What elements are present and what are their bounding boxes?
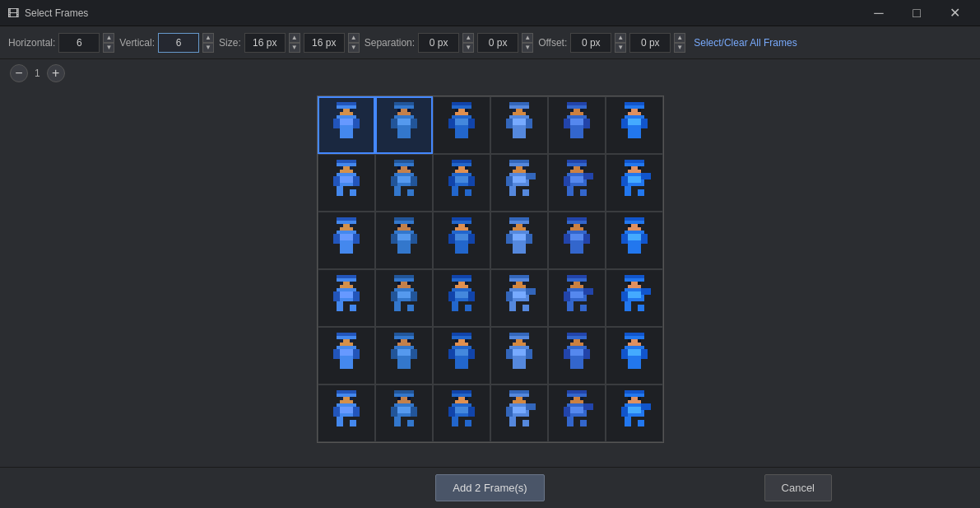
- size-w-input[interactable]: [244, 33, 286, 53]
- svg-rect-49: [526, 119, 532, 128]
- sprite-cell[interactable]: [606, 96, 663, 154]
- sprite-cell[interactable]: [433, 269, 490, 327]
- offset-x-down-button[interactable]: ▼: [615, 43, 626, 53]
- svg-rect-259: [407, 305, 414, 311]
- offset-x-input[interactable]: [570, 33, 611, 53]
- sprite-cell[interactable]: [318, 96, 375, 154]
- sep-x-up-button[interactable]: ▲: [462, 33, 474, 43]
- svg-rect-368: [567, 333, 587, 336]
- sprite-cell[interactable]: [433, 96, 490, 154]
- close-button[interactable]: ✕: [936, 0, 973, 26]
- vertical-input[interactable]: [158, 33, 199, 53]
- size-w-down-button[interactable]: ▼: [289, 43, 300, 53]
- sprite-cell[interactable]: [375, 269, 433, 327]
- svg-rect-453: [567, 417, 574, 426]
- size-h-up-button[interactable]: ▲: [348, 33, 360, 43]
- svg-rect-433: [509, 390, 529, 394]
- svg-rect-362: [513, 359, 519, 369]
- select-clear-all-button[interactable]: Select/Clear All Frames: [690, 37, 800, 49]
- sprite-cell[interactable]: [548, 212, 606, 269]
- sprite-cell[interactable]: [375, 212, 433, 269]
- svg-rect-283: [526, 288, 536, 295]
- sep-y-up-button[interactable]: ▲: [522, 33, 533, 43]
- sprite-cell[interactable]: [433, 327, 490, 384]
- sprite-cell[interactable]: [606, 327, 663, 384]
- sprite-cell[interactable]: [433, 154, 490, 212]
- sep-y-spinner: ▲ ▼: [522, 33, 533, 53]
- svg-rect-136: [580, 166, 583, 170]
- svg-rect-271: [452, 301, 458, 311]
- sprite-cell[interactable]: [606, 384, 663, 442]
- sprite-cell[interactable]: [548, 96, 606, 154]
- svg-rect-432: [509, 394, 529, 397]
- svg-rect-159: [337, 221, 356, 224]
- svg-rect-57: [570, 109, 574, 112]
- svg-rect-461: [638, 397, 641, 400]
- sprite-cell[interactable]: [548, 327, 606, 384]
- size-group: Size: ▲ ▼ ▲ ▼: [219, 33, 360, 53]
- sprite-cell[interactable]: [490, 212, 548, 269]
- offset-y-input[interactable]: [629, 33, 671, 53]
- vertical-down-button[interactable]: ▼: [202, 43, 214, 53]
- sprite-cell[interactable]: [375, 384, 433, 442]
- zoom-out-button[interactable]: −: [10, 64, 28, 82]
- sprite-cell[interactable]: [318, 269, 375, 327]
- sprite-cell[interactable]: [490, 269, 548, 327]
- svg-rect-402: [350, 420, 356, 426]
- sprite-cell[interactable]: [606, 212, 663, 269]
- svg-rect-398: [340, 407, 353, 413]
- vertical-up-button[interactable]: ▲: [202, 33, 214, 43]
- sep-y-input[interactable]: [477, 33, 518, 53]
- size-h-input[interactable]: [304, 33, 345, 53]
- svg-rect-6: [350, 109, 353, 112]
- sprite-cell[interactable]: [433, 212, 490, 269]
- sep-x-input[interactable]: [418, 33, 459, 53]
- horizontal-input[interactable]: [58, 33, 100, 53]
- svg-rect-307: [628, 291, 641, 298]
- sprite-cell[interactable]: [318, 384, 375, 442]
- svg-rect-244: [353, 291, 360, 301]
- sprite-cell[interactable]: [548, 269, 606, 327]
- svg-rect-467: [638, 420, 644, 426]
- offset-x-up-button[interactable]: ▲: [615, 33, 626, 43]
- svg-rect-50: [513, 128, 519, 138]
- offset-y-up-button[interactable]: ▲: [674, 33, 685, 43]
- sprite-cell[interactable]: [490, 384, 548, 442]
- sprite-cell[interactable]: [490, 154, 548, 212]
- svg-rect-141: [567, 186, 574, 196]
- sprite-cell[interactable]: [606, 269, 663, 327]
- maximize-button[interactable]: □: [898, 0, 936, 26]
- sprite-cell[interactable]: [433, 384, 490, 442]
- svg-rect-218: [583, 234, 590, 244]
- svg-rect-121: [509, 160, 529, 163]
- horizontal-up-button[interactable]: ▲: [103, 33, 114, 43]
- sprite-cell[interactable]: [318, 327, 375, 384]
- svg-rect-17: [394, 102, 414, 105]
- offset-y-down-button[interactable]: ▼: [674, 43, 685, 53]
- svg-rect-48: [506, 119, 513, 128]
- sprite-cell[interactable]: [548, 154, 606, 212]
- svg-rect-69: [625, 102, 644, 105]
- sep-y-down-button[interactable]: ▼: [522, 43, 533, 53]
- horizontal-down-button[interactable]: ▼: [103, 43, 114, 53]
- sprite-cell[interactable]: [375, 96, 433, 154]
- cancel-button[interactable]: Cancel: [764, 474, 832, 501]
- sprite-cell[interactable]: [375, 327, 433, 384]
- svg-rect-140: [583, 173, 593, 179]
- sprite-cell[interactable]: [548, 384, 606, 442]
- minimize-button[interactable]: ─: [860, 0, 898, 26]
- sprite-cell[interactable]: [606, 154, 663, 212]
- sprite-cell[interactable]: [490, 327, 548, 384]
- sprite-cell[interactable]: [318, 154, 375, 212]
- size-h-down-button[interactable]: ▼: [348, 43, 360, 53]
- size-w-up-button[interactable]: ▲: [289, 33, 300, 43]
- svg-rect-263: [452, 278, 471, 282]
- sprite-cell[interactable]: [375, 154, 433, 212]
- svg-rect-253: [407, 282, 411, 285]
- svg-rect-246: [350, 305, 356, 311]
- add-frames-button[interactable]: Add 2 Frame(s): [435, 474, 544, 501]
- sprite-cell[interactable]: [490, 96, 548, 154]
- sep-x-down-button[interactable]: ▼: [462, 43, 474, 53]
- sprite-cell[interactable]: [318, 212, 375, 269]
- zoom-in-button[interactable]: +: [47, 64, 65, 82]
